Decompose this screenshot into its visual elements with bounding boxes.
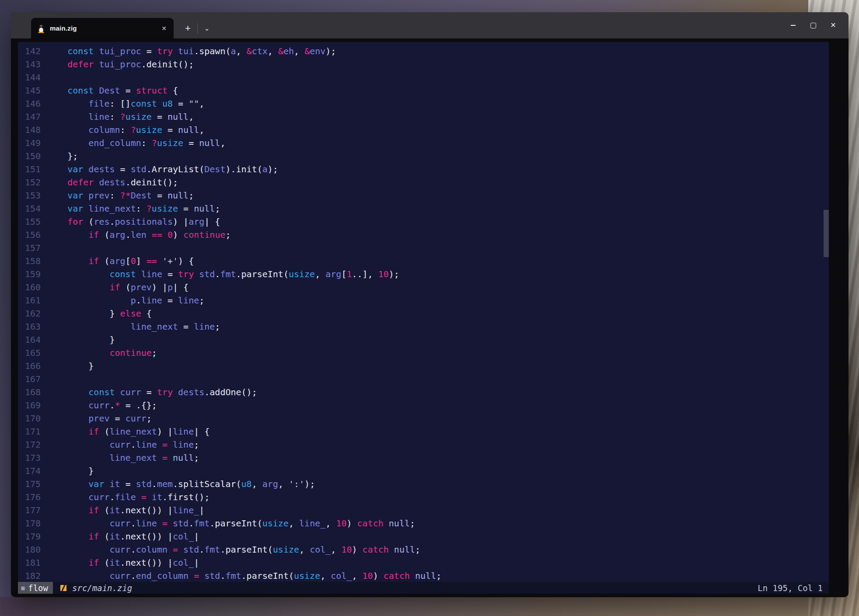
code-line: 171 if (line_next) |line| { [25, 425, 829, 438]
line-number: 177 [25, 504, 41, 517]
line-number: 163 [25, 320, 41, 333]
code-line: 156 if (arg.len == 0) continue; [25, 228, 829, 241]
line-number: 161 [25, 294, 41, 307]
line-number: 175 [25, 477, 41, 491]
maximize-icon [810, 23, 816, 28]
code-line: 162 } else { [25, 307, 829, 320]
code-text: curr.end_column = std.fmt.parseInt(usize… [46, 569, 441, 582]
code-text: var dests = std.ArrayList(Dest).init(a); [46, 163, 278, 176]
code-line: 167 [25, 372, 829, 386]
code-line: 161 p.line = line; [25, 294, 829, 307]
line-number: 169 [25, 399, 41, 412]
code-line: 163 line_next = line; [25, 320, 829, 333]
code-line: 144 [25, 71, 829, 84]
line-number: 146 [25, 97, 41, 110]
line-number: 178 [25, 517, 41, 530]
code-text: line_next = null; [46, 451, 199, 464]
code-line: 158 if (arg[0] == '+') { [25, 254, 829, 268]
cursor-position: Ln 195, Col 1 [758, 583, 823, 593]
editor-viewport: 142 const tui_proc = try tui.spawn(a, &c… [18, 42, 829, 594]
line-number: 154 [25, 202, 41, 215]
line-number: 151 [25, 163, 41, 176]
maximize-button[interactable] [803, 17, 823, 34]
line-number: 157 [25, 241, 41, 254]
code-line: 157 [25, 241, 829, 254]
code-text: var line_next: ?usize = null; [46, 202, 220, 215]
code-line: 173 line_next = null; [25, 451, 829, 464]
titlebar: main.zig ✕ + ⌄ ✕ [11, 12, 849, 38]
code-line: 180 curr.column = std.fmt.parseInt(usize… [25, 543, 829, 556]
scrollbar-thumb[interactable] [824, 210, 829, 257]
code-text: const line = try std.fmt.parseInt(usize,… [46, 268, 399, 281]
code-text: const Dest = struct { [46, 84, 178, 97]
minimize-icon [791, 25, 796, 26]
line-number: 144 [25, 71, 41, 84]
code-line: 147 line: ?usize = null, [25, 110, 829, 123]
tab-close-icon[interactable]: ✕ [161, 25, 167, 32]
code-line: 172 curr.line = line; [25, 438, 829, 451]
line-number: 159 [25, 268, 41, 281]
line-number: 152 [25, 176, 41, 189]
line-number: 165 [25, 346, 41, 359]
line-number: 181 [25, 556, 41, 569]
new-tab-button[interactable]: + [185, 24, 191, 33]
line-number: 145 [25, 84, 41, 97]
code-line: 174 } [25, 464, 829, 477]
tab-dropdown-chevron-icon[interactable]: ⌄ [204, 24, 210, 32]
code-line: 159 const line = try std.fmt.parseInt(us… [25, 268, 829, 281]
code-line: 170 prev = curr; [25, 412, 829, 425]
code-line: 148 column: ?usize = null, [25, 123, 829, 136]
close-icon: ✕ [830, 22, 836, 29]
line-number: 173 [25, 451, 41, 464]
code-text: column: ?usize = null, [46, 123, 204, 136]
code-text: curr.file = it.first(); [46, 491, 210, 504]
code-text: line_next = line; [46, 320, 220, 333]
app-name: flow [28, 583, 48, 593]
code-line: 155 for (res.positionals) |arg| { [25, 215, 829, 228]
terminal-window: main.zig ✕ + ⌄ ✕ 142 const tui_proc = tr… [11, 12, 849, 597]
code-line: 143 defer tui_proc.deinit(); [25, 58, 829, 71]
line-number: 172 [25, 438, 41, 451]
tab-main-zig[interactable]: main.zig ✕ [31, 18, 174, 38]
code-line: 178 curr.line = std.fmt.parseInt(usize, … [25, 517, 829, 530]
line-number: 180 [25, 543, 41, 556]
code-line: 145 const Dest = struct { [25, 84, 829, 97]
close-button[interactable]: ✕ [823, 17, 843, 34]
code-text: continue; [46, 346, 157, 359]
line-number: 156 [25, 228, 41, 241]
desktop: { "colors":{ "editor_bg":"#151735","stat… [0, 0, 859, 616]
code-line: 182 curr.end_column = std.fmt.parseInt(u… [25, 569, 829, 582]
code-line: 160 if (prev) |p| { [25, 281, 829, 294]
line-number: 168 [25, 386, 41, 399]
code-line: 176 curr.file = it.first(); [25, 491, 829, 504]
code-text: } [46, 359, 94, 372]
line-number: 166 [25, 359, 41, 372]
line-number: 170 [25, 412, 41, 425]
line-number: 155 [25, 215, 41, 228]
code-text: curr.line = std.fmt.parseInt(usize, line… [46, 517, 415, 530]
code-text: if (arg.len == 0) continue; [46, 228, 231, 241]
line-number: 153 [25, 189, 41, 202]
line-number: 162 [25, 307, 41, 320]
code-text: end_column: ?usize = null, [46, 136, 225, 150]
line-number: 171 [25, 425, 41, 438]
code-line: 146 file: []const u8 = "", [25, 97, 829, 110]
code-text: if (line_next) |line| { [46, 425, 210, 438]
line-number: 176 [25, 491, 41, 504]
code-line: 151 var dests = std.ArrayList(Dest).init… [25, 163, 829, 176]
line-number: 142 [25, 45, 41, 58]
code-text: var prev: ?*Dest = null; [46, 189, 194, 202]
code-text: defer dests.deinit(); [46, 176, 178, 189]
code-lines: 142 const tui_proc = try tui.spawn(a, &c… [18, 42, 829, 582]
flow-menu-badge[interactable]: ▤ flow [18, 582, 53, 594]
code-text: const curr = try dests.addOne(); [46, 386, 257, 399]
line-number: 182 [25, 569, 41, 582]
code-text: var it = std.mem.splitScalar(u8, arg, ':… [46, 477, 315, 491]
minimize-button[interactable] [783, 17, 803, 34]
code-text: if (it.next()) |col_| [46, 556, 199, 569]
code-text: }; [46, 150, 78, 163]
code-line: 152 defer dests.deinit(); [25, 176, 829, 189]
tab-title: main.zig [50, 24, 77, 32]
code-line: 154 var line_next: ?usize = null; [25, 202, 829, 215]
code-text: file: []const u8 = "", [46, 97, 204, 110]
